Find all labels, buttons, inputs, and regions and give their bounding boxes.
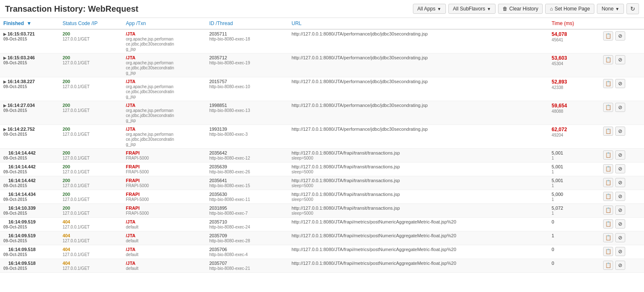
snapshot-button[interactable]: 📋 — [603, 127, 613, 136]
cancel-button[interactable]: ⊘ — [615, 150, 625, 160]
cell-status: 200127.0.0.1/GET — [59, 204, 123, 218]
finished-time: 16:14:27.03409-Oct-2015 — [3, 103, 35, 113]
app-sub1: default — [126, 239, 138, 243]
snapshot-button[interactable]: 📋 — [603, 31, 613, 41]
sort-arrow-icon: ▼ — [27, 20, 32, 26]
snapshot-button[interactable]: 📋 — [603, 103, 613, 112]
time-sub: 1 — [552, 183, 554, 188]
snapshot-button[interactable]: 📋 — [603, 261, 613, 270]
cell-time: 0 — [548, 218, 599, 231]
expand-arrow-icon[interactable]: ▶ — [3, 103, 7, 108]
time-value: 59,654 — [552, 103, 567, 109]
app-sub1: org.apache.jsp.performan — [126, 37, 174, 41]
expand-arrow-icon[interactable]: ▶ — [3, 127, 7, 132]
table-row: ▶16:15:03.24609-Oct-2015200127.0.0.1/GET… — [0, 53, 644, 77]
snapshot-button[interactable]: 📋 — [603, 233, 613, 242]
thread-id: http-bio-8080-exec-7 — [209, 211, 248, 216]
cancel-button[interactable]: ⊘ — [615, 127, 625, 136]
ip-address: 127.0.0.1/GET — [63, 183, 90, 188]
refresh-button[interactable]: ↻ — [626, 3, 639, 14]
cancel-button[interactable]: ⊘ — [615, 233, 625, 242]
snapshot-button[interactable]: 📋 — [603, 178, 613, 187]
app-sub1: org.apache.jsp.performan — [126, 84, 174, 89]
thread-id: http-bio-8080-exec-21 — [209, 266, 250, 271]
time-value: 53,603 — [552, 55, 567, 61]
app-sub1: FRAPI-5000 — [126, 170, 149, 174]
cancel-button[interactable]: ⊘ — [615, 247, 625, 256]
cell-url: http://127.0.0.1:8080/JTA/frapi/metrics/… — [288, 259, 548, 273]
time-value: 5,001 — [552, 178, 564, 183]
expand-arrow-icon[interactable]: ▶ — [3, 56, 7, 60]
col-finished[interactable]: Finished ▼ — [0, 18, 59, 29]
cell-status: 200127.0.0.1/GET — [59, 125, 123, 149]
snapshot-button[interactable]: 📋 — [603, 206, 613, 215]
cancel-button[interactable]: ⊘ — [615, 178, 625, 187]
cancel-button[interactable]: ⊘ — [615, 261, 625, 270]
status-code: 200 — [63, 103, 70, 108]
clear-history-button[interactable]: 🗑 Clear History — [498, 4, 543, 14]
cancel-button[interactable]: ⊘ — [615, 206, 625, 215]
snapshot-button[interactable]: 📋 — [603, 55, 613, 64]
thread-id: http-bio-8080-exec-10 — [209, 84, 250, 89]
time-value: 52,893 — [552, 79, 567, 85]
snapshot-button[interactable]: 📋 — [603, 150, 613, 160]
all-subflavors-button[interactable]: All SubFlavors — [448, 4, 496, 14]
finished-time: 16:14:22.75209-Oct-2015 — [3, 127, 35, 137]
time-value: 0 — [552, 261, 554, 266]
txn-id: 2035639 — [209, 164, 227, 169]
cancel-button[interactable]: ⊘ — [615, 219, 625, 229]
url-main: http://127.0.0.1:8080/JTA/frapi/transit/… — [292, 206, 400, 211]
finished-time: 16:14:14.44209-Oct-2015 — [3, 164, 35, 174]
cancel-button[interactable]: ⊘ — [615, 55, 625, 64]
cell-finished: 16:14:09.51809-Oct-2015 — [0, 245, 59, 259]
app-sub2: ce.jdbc.jdbc30secondratin — [126, 113, 174, 118]
status-code: 404 — [63, 219, 70, 224]
cancel-button[interactable]: ⊘ — [615, 192, 625, 201]
cell-actions: 📋 ⊘ — [599, 245, 644, 259]
ip-address: 127.0.0.1/GET — [63, 197, 90, 202]
snapshot-button[interactable]: 📋 — [603, 79, 613, 88]
cancel-button[interactable]: ⊘ — [615, 103, 625, 112]
set-home-page-button[interactable]: ⌂ Set Home Page — [545, 4, 594, 14]
cell-url: http://127.0.0.1:8080/JTA/frapi/transit/… — [288, 204, 548, 218]
url-main: http://127.0.0.1:8080/JTA/frapi/transit/… — [292, 150, 400, 155]
time-value: 62,072 — [552, 127, 567, 132]
cell-id: 2035710http-bio-8080-exec-24 — [206, 218, 288, 231]
cell-finished: 16:14:09.51809-Oct-2015 — [0, 259, 59, 273]
snapshot-button[interactable]: 📋 — [603, 247, 613, 256]
cell-app: /JTAorg.apache.jsp.performance.jdbc.jdbc… — [123, 29, 206, 53]
expand-arrow-icon[interactable]: ▶ — [3, 79, 7, 84]
app-sub2: ce.jdbc.jdbc30secondratin — [126, 89, 174, 94]
url-main: http://127.0.0.1:8080/JTA/frapi/metrics/… — [292, 261, 456, 266]
cell-finished: 16:14:14.43409-Oct-2015 — [0, 190, 59, 204]
cell-status: 200127.0.0.1/GET — [59, 29, 123, 53]
status-code: 200 — [63, 150, 70, 155]
cell-actions: 📋 ⊘ — [599, 231, 644, 245]
snapshot-button[interactable]: 📋 — [603, 164, 613, 173]
table-row: 16:14:09.51909-Oct-2015404127.0.0.1/GET/… — [0, 231, 644, 245]
snapshot-button[interactable]: 📋 — [603, 219, 613, 229]
app-sub3: g_jsp — [126, 118, 136, 123]
thread-id: http-bio-8080-exec-12 — [209, 156, 250, 160]
txn-id: 2035630 — [209, 192, 227, 197]
app-name: /JTA — [126, 247, 136, 252]
cell-status: 404127.0.0.1/GET — [59, 245, 123, 259]
time-sub: 45304 — [552, 61, 564, 66]
col-url: URL — [288, 18, 548, 29]
cell-id: 2035712http-bio-8080-exec-19 — [206, 53, 288, 77]
expand-arrow-icon[interactable]: ▶ — [3, 32, 7, 36]
cancel-button[interactable]: ⊘ — [615, 31, 625, 41]
time-sub: 49204 — [552, 133, 564, 137]
cancel-button[interactable]: ⊘ — [615, 164, 625, 173]
none-button[interactable]: None — [597, 4, 624, 14]
cancel-button[interactable]: ⊘ — [615, 79, 625, 88]
time-sub: 1 — [552, 197, 554, 202]
url-main: http://127.0.0.1:8080/JTA/frapi/metrics/… — [292, 219, 456, 224]
url-main: http://127.0.0.1:8080/JTA/performance/jd… — [292, 79, 428, 84]
app-name: /JTA — [126, 261, 136, 266]
finished-time: 16:14:38.22709-Oct-2015 — [3, 79, 35, 89]
all-apps-button[interactable]: All Apps — [413, 4, 446, 14]
txn-id: 1993139 — [209, 127, 227, 132]
app-sub1: org.apache.jsp.performan — [126, 61, 174, 65]
snapshot-button[interactable]: 📋 — [603, 192, 613, 201]
